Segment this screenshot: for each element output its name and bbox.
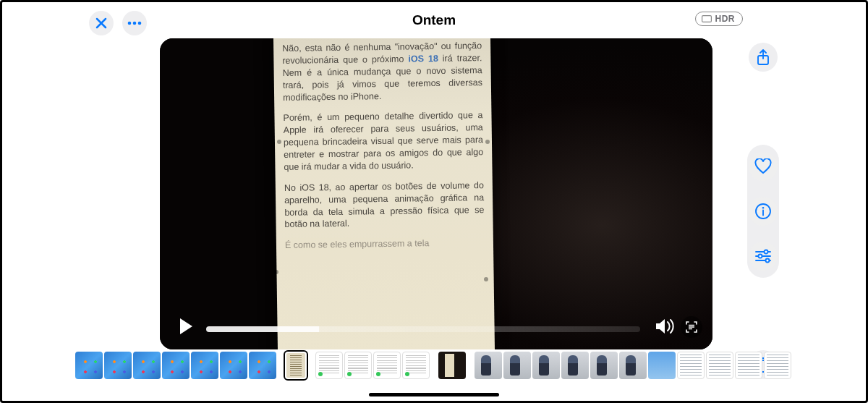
thumbnail[interactable] xyxy=(764,352,791,379)
hdr-badge[interactable]: HDR xyxy=(695,12,744,26)
thumbnail[interactable] xyxy=(191,352,218,379)
close-icon xyxy=(95,17,107,29)
ellipsis-icon xyxy=(127,21,142,25)
thumbnail[interactable] xyxy=(104,352,132,379)
play-icon xyxy=(180,318,192,334)
share-button[interactable] xyxy=(749,43,778,72)
favorite-button[interactable] xyxy=(749,152,778,181)
svg-point-8 xyxy=(762,207,765,209)
svg-point-15 xyxy=(766,258,770,262)
svg-rect-5 xyxy=(702,16,711,22)
volume-button[interactable] xyxy=(655,318,676,338)
thumbnail[interactable] xyxy=(438,352,466,379)
video-text-content: Não, esta não é nenhuma "inovação" ou fu… xyxy=(273,38,495,349)
live-text-button[interactable] xyxy=(681,316,702,338)
thumbnail[interactable] xyxy=(344,352,372,379)
thumbnail[interactable] xyxy=(590,352,618,379)
thumbnail[interactable] xyxy=(315,352,343,379)
svg-point-3 xyxy=(133,22,137,25)
page-title: Ontem xyxy=(412,12,456,28)
thumbnail[interactable] xyxy=(561,352,589,379)
heart-icon xyxy=(754,158,772,174)
actions-sidebar xyxy=(747,43,779,379)
close-button[interactable] xyxy=(89,11,114,35)
video-frame: Não, esta não é nenhuma "inovação" ou fu… xyxy=(160,38,712,349)
svg-point-11 xyxy=(765,250,768,253)
thumbnail[interactable] xyxy=(648,352,676,379)
thumbnail[interactable] xyxy=(402,352,430,379)
info-icon xyxy=(755,203,771,219)
thumbnail[interactable] xyxy=(619,352,647,379)
video-player[interactable]: Não, esta não é nenhuma "inovação" ou fu… xyxy=(160,38,712,349)
thumbnail[interactable] xyxy=(75,352,103,379)
ios18-link: iOS 18 xyxy=(408,54,438,64)
svg-point-4 xyxy=(138,22,142,25)
thumbnail[interactable] xyxy=(503,352,531,379)
thumbnail-current[interactable] xyxy=(285,352,307,379)
header-bar: Ontem HDR xyxy=(2,2,866,38)
play-button[interactable] xyxy=(173,313,199,339)
video-scrubber[interactable] xyxy=(206,326,640,332)
home-indicator[interactable] xyxy=(369,393,499,396)
thumbnail[interactable] xyxy=(735,352,762,379)
thumbnail[interactable] xyxy=(677,352,705,379)
thumbnail[interactable] xyxy=(249,352,276,379)
info-button[interactable] xyxy=(749,197,778,226)
svg-point-13 xyxy=(759,254,762,258)
live-text-icon xyxy=(685,321,698,334)
thumbnail[interactable] xyxy=(706,352,733,379)
thumbnail[interactable] xyxy=(532,352,560,379)
svg-point-2 xyxy=(128,22,132,25)
more-button[interactable] xyxy=(122,11,147,35)
display-icon xyxy=(702,15,712,22)
speaker-icon xyxy=(655,318,676,335)
thumbnail[interactable] xyxy=(475,352,502,379)
adjust-button[interactable] xyxy=(749,242,778,271)
thumbnail-strip[interactable] xyxy=(138,350,730,381)
sliders-icon xyxy=(755,249,771,263)
thumbnail[interactable] xyxy=(220,352,247,379)
thumbnail[interactable] xyxy=(373,352,401,379)
thumbnail[interactable] xyxy=(133,352,161,379)
share-icon xyxy=(756,49,770,65)
thumbnail[interactable] xyxy=(162,352,190,379)
